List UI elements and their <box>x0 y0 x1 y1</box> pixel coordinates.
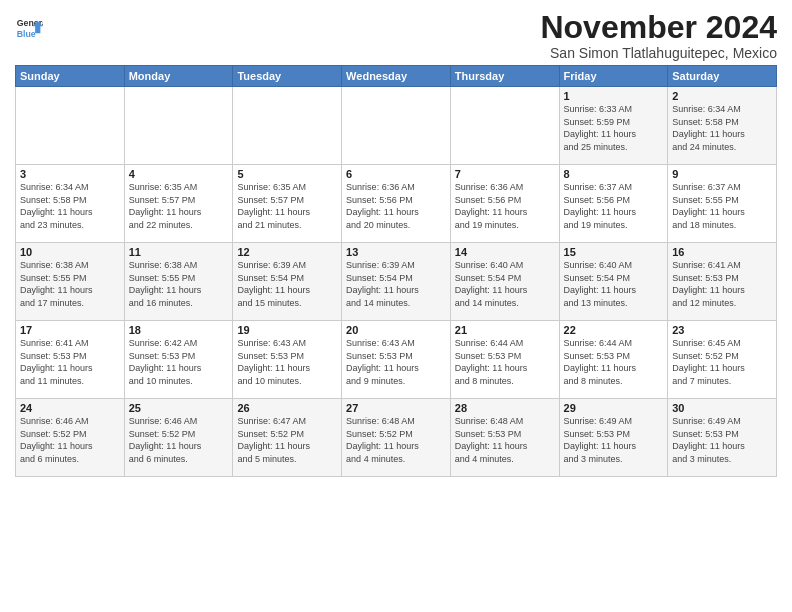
day-number: 27 <box>346 402 446 414</box>
calendar-cell: 1Sunrise: 6:33 AM Sunset: 5:59 PM Daylig… <box>559 87 668 165</box>
day-number: 14 <box>455 246 555 258</box>
day-info: Sunrise: 6:42 AM Sunset: 5:53 PM Dayligh… <box>129 337 229 387</box>
calendar-cell: 20Sunrise: 6:43 AM Sunset: 5:53 PM Dayli… <box>342 321 451 399</box>
calendar-cell: 4Sunrise: 6:35 AM Sunset: 5:57 PM Daylig… <box>124 165 233 243</box>
day-number: 9 <box>672 168 772 180</box>
day-info: Sunrise: 6:46 AM Sunset: 5:52 PM Dayligh… <box>129 415 229 465</box>
calendar-cell <box>342 87 451 165</box>
calendar-cell: 22Sunrise: 6:44 AM Sunset: 5:53 PM Dayli… <box>559 321 668 399</box>
day-number: 2 <box>672 90 772 102</box>
calendar-week-4: 17Sunrise: 6:41 AM Sunset: 5:53 PM Dayli… <box>16 321 777 399</box>
calendar-cell: 19Sunrise: 6:43 AM Sunset: 5:53 PM Dayli… <box>233 321 342 399</box>
col-tuesday: Tuesday <box>233 66 342 87</box>
calendar-cell: 27Sunrise: 6:48 AM Sunset: 5:52 PM Dayli… <box>342 399 451 477</box>
calendar-cell <box>16 87 125 165</box>
day-number: 1 <box>564 90 664 102</box>
calendar-cell: 10Sunrise: 6:38 AM Sunset: 5:55 PM Dayli… <box>16 243 125 321</box>
calendar-cell: 5Sunrise: 6:35 AM Sunset: 5:57 PM Daylig… <box>233 165 342 243</box>
day-info: Sunrise: 6:44 AM Sunset: 5:53 PM Dayligh… <box>564 337 664 387</box>
day-number: 19 <box>237 324 337 336</box>
month-title: November 2024 <box>540 10 777 45</box>
calendar-cell: 7Sunrise: 6:36 AM Sunset: 5:56 PM Daylig… <box>450 165 559 243</box>
col-friday: Friday <box>559 66 668 87</box>
col-sunday: Sunday <box>16 66 125 87</box>
day-info: Sunrise: 6:45 AM Sunset: 5:52 PM Dayligh… <box>672 337 772 387</box>
day-number: 26 <box>237 402 337 414</box>
day-info: Sunrise: 6:44 AM Sunset: 5:53 PM Dayligh… <box>455 337 555 387</box>
calendar-cell: 15Sunrise: 6:40 AM Sunset: 5:54 PM Dayli… <box>559 243 668 321</box>
day-info: Sunrise: 6:49 AM Sunset: 5:53 PM Dayligh… <box>564 415 664 465</box>
calendar-cell: 24Sunrise: 6:46 AM Sunset: 5:52 PM Dayli… <box>16 399 125 477</box>
day-info: Sunrise: 6:33 AM Sunset: 5:59 PM Dayligh… <box>564 103 664 153</box>
day-number: 5 <box>237 168 337 180</box>
col-monday: Monday <box>124 66 233 87</box>
day-number: 23 <box>672 324 772 336</box>
day-number: 25 <box>129 402 229 414</box>
calendar-cell: 14Sunrise: 6:40 AM Sunset: 5:54 PM Dayli… <box>450 243 559 321</box>
calendar-cell: 2Sunrise: 6:34 AM Sunset: 5:58 PM Daylig… <box>668 87 777 165</box>
svg-text:Blue: Blue <box>17 29 36 39</box>
day-number: 13 <box>346 246 446 258</box>
day-info: Sunrise: 6:37 AM Sunset: 5:55 PM Dayligh… <box>672 181 772 231</box>
calendar-week-1: 1Sunrise: 6:33 AM Sunset: 5:59 PM Daylig… <box>16 87 777 165</box>
day-number: 11 <box>129 246 229 258</box>
calendar-cell: 17Sunrise: 6:41 AM Sunset: 5:53 PM Dayli… <box>16 321 125 399</box>
calendar-cell: 25Sunrise: 6:46 AM Sunset: 5:52 PM Dayli… <box>124 399 233 477</box>
calendar-cell: 30Sunrise: 6:49 AM Sunset: 5:53 PM Dayli… <box>668 399 777 477</box>
calendar-cell: 8Sunrise: 6:37 AM Sunset: 5:56 PM Daylig… <box>559 165 668 243</box>
header-row: Sunday Monday Tuesday Wednesday Thursday… <box>16 66 777 87</box>
col-thursday: Thursday <box>450 66 559 87</box>
calendar-cell: 18Sunrise: 6:42 AM Sunset: 5:53 PM Dayli… <box>124 321 233 399</box>
day-info: Sunrise: 6:47 AM Sunset: 5:52 PM Dayligh… <box>237 415 337 465</box>
calendar-cell <box>450 87 559 165</box>
day-info: Sunrise: 6:36 AM Sunset: 5:56 PM Dayligh… <box>455 181 555 231</box>
calendar-cell: 16Sunrise: 6:41 AM Sunset: 5:53 PM Dayli… <box>668 243 777 321</box>
day-number: 10 <box>20 246 120 258</box>
day-number: 24 <box>20 402 120 414</box>
day-number: 12 <box>237 246 337 258</box>
day-number: 18 <box>129 324 229 336</box>
day-info: Sunrise: 6:38 AM Sunset: 5:55 PM Dayligh… <box>20 259 120 309</box>
day-info: Sunrise: 6:35 AM Sunset: 5:57 PM Dayligh… <box>129 181 229 231</box>
day-number: 29 <box>564 402 664 414</box>
calendar-cell <box>233 87 342 165</box>
day-number: 21 <box>455 324 555 336</box>
day-number: 30 <box>672 402 772 414</box>
day-info: Sunrise: 6:41 AM Sunset: 5:53 PM Dayligh… <box>20 337 120 387</box>
calendar-cell: 3Sunrise: 6:34 AM Sunset: 5:58 PM Daylig… <box>16 165 125 243</box>
day-info: Sunrise: 6:48 AM Sunset: 5:53 PM Dayligh… <box>455 415 555 465</box>
calendar-table: Sunday Monday Tuesday Wednesday Thursday… <box>15 65 777 477</box>
calendar-cell: 11Sunrise: 6:38 AM Sunset: 5:55 PM Dayli… <box>124 243 233 321</box>
day-info: Sunrise: 6:34 AM Sunset: 5:58 PM Dayligh… <box>20 181 120 231</box>
day-number: 3 <box>20 168 120 180</box>
calendar-cell: 13Sunrise: 6:39 AM Sunset: 5:54 PM Dayli… <box>342 243 451 321</box>
col-wednesday: Wednesday <box>342 66 451 87</box>
subtitle: San Simon Tlatlahuguitepec, Mexico <box>540 45 777 61</box>
day-info: Sunrise: 6:39 AM Sunset: 5:54 PM Dayligh… <box>346 259 446 309</box>
day-info: Sunrise: 6:41 AM Sunset: 5:53 PM Dayligh… <box>672 259 772 309</box>
day-info: Sunrise: 6:48 AM Sunset: 5:52 PM Dayligh… <box>346 415 446 465</box>
day-info: Sunrise: 6:43 AM Sunset: 5:53 PM Dayligh… <box>346 337 446 387</box>
day-info: Sunrise: 6:35 AM Sunset: 5:57 PM Dayligh… <box>237 181 337 231</box>
day-info: Sunrise: 6:46 AM Sunset: 5:52 PM Dayligh… <box>20 415 120 465</box>
day-number: 8 <box>564 168 664 180</box>
day-number: 4 <box>129 168 229 180</box>
title-block: November 2024 San Simon Tlatlahuguitepec… <box>540 10 777 61</box>
calendar-cell: 9Sunrise: 6:37 AM Sunset: 5:55 PM Daylig… <box>668 165 777 243</box>
day-info: Sunrise: 6:38 AM Sunset: 5:55 PM Dayligh… <box>129 259 229 309</box>
calendar-cell <box>124 87 233 165</box>
day-number: 7 <box>455 168 555 180</box>
header: General Blue November 2024 San Simon Tla… <box>15 10 777 61</box>
day-number: 6 <box>346 168 446 180</box>
calendar-cell: 23Sunrise: 6:45 AM Sunset: 5:52 PM Dayli… <box>668 321 777 399</box>
calendar-week-2: 3Sunrise: 6:34 AM Sunset: 5:58 PM Daylig… <box>16 165 777 243</box>
day-info: Sunrise: 6:43 AM Sunset: 5:53 PM Dayligh… <box>237 337 337 387</box>
calendar-cell: 21Sunrise: 6:44 AM Sunset: 5:53 PM Dayli… <box>450 321 559 399</box>
day-info: Sunrise: 6:40 AM Sunset: 5:54 PM Dayligh… <box>455 259 555 309</box>
day-info: Sunrise: 6:37 AM Sunset: 5:56 PM Dayligh… <box>564 181 664 231</box>
day-info: Sunrise: 6:40 AM Sunset: 5:54 PM Dayligh… <box>564 259 664 309</box>
calendar-week-5: 24Sunrise: 6:46 AM Sunset: 5:52 PM Dayli… <box>16 399 777 477</box>
col-saturday: Saturday <box>668 66 777 87</box>
day-info: Sunrise: 6:34 AM Sunset: 5:58 PM Dayligh… <box>672 103 772 153</box>
calendar-cell: 6Sunrise: 6:36 AM Sunset: 5:56 PM Daylig… <box>342 165 451 243</box>
